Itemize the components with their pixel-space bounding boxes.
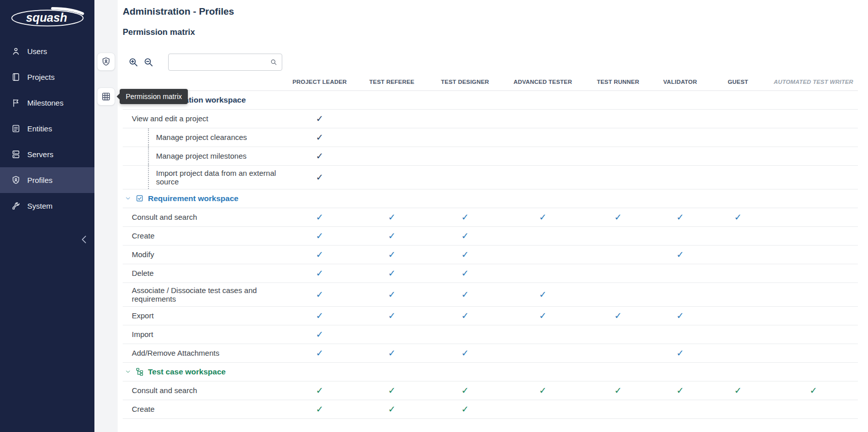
section-row-administration-workspace: Administration workspace: [123, 90, 858, 109]
check-cell: [707, 344, 769, 362]
chevron-down-icon[interactable]: [125, 368, 131, 375]
check-cell: ✓: [283, 245, 356, 264]
sidebar-item-system[interactable]: System: [0, 193, 94, 219]
check-icon: ✓: [614, 310, 622, 321]
permission-row: Manage project milestones✓: [123, 147, 858, 165]
sidebar-item-users[interactable]: Users: [0, 38, 94, 64]
matrix-heading: Permission matrix: [123, 27, 868, 37]
check-cell: ✓: [356, 208, 427, 226]
check-icon: ✓: [316, 212, 323, 222]
tree-icon: [135, 367, 144, 376]
permission-label: Associate / Dissociate test cases and re…: [123, 282, 283, 306]
check-cell: [583, 264, 653, 282]
permission-label: Import: [123, 325, 283, 344]
section-title: Requirement workspace: [148, 194, 238, 203]
zoom-out-button[interactable]: [141, 55, 156, 70]
chevron-down-icon[interactable]: [125, 195, 131, 202]
logo-area[interactable]: squash: [0, 0, 94, 32]
column-header-project-leader: PROJECT LEADER: [283, 73, 356, 90]
section-title: Test case workspace: [148, 367, 226, 376]
check-cell: ✓: [583, 306, 653, 325]
search-input[interactable]: [169, 58, 282, 66]
sidebar-item-label: Profiles: [27, 176, 53, 184]
sidebar-item-entities[interactable]: Entities: [0, 116, 94, 141]
check-icon: ✓: [316, 268, 323, 278]
chevron-left-icon: [78, 233, 90, 246]
permission-label: Create: [123, 226, 283, 245]
check-cell: ✓: [427, 306, 503, 325]
check-cell: ✓: [283, 109, 356, 128]
check-cell: ✓: [503, 208, 583, 226]
check-cell: ✓: [653, 208, 707, 226]
check-icon: ✓: [388, 385, 395, 396]
check-cell: ✓: [283, 208, 356, 226]
check-cell: ✓: [283, 165, 356, 189]
section-header-requirement-workspace[interactable]: Requirement workspace: [123, 189, 858, 208]
check-icon: ✓: [539, 310, 546, 321]
check-icon: ✓: [614, 385, 622, 396]
permission-row: View and edit a project✓: [123, 109, 858, 128]
permission-label: Delete: [123, 264, 283, 282]
check-cell: ✓: [356, 344, 427, 362]
sidebar-item-projects[interactable]: Projects: [0, 64, 94, 90]
permission-label: Manage project clearances: [123, 128, 283, 147]
badge-icon: [11, 175, 21, 185]
column-header-test-runner: TEST RUNNER: [583, 73, 653, 90]
check-cell: ✓: [356, 306, 427, 325]
column-header-test-designer: TEST DESIGNER: [427, 73, 503, 90]
check-cell: ✓: [283, 282, 356, 306]
search-icon: [270, 58, 278, 66]
check-cell: [583, 325, 653, 344]
profiles-detail-tab-button[interactable]: [97, 53, 115, 71]
check-cell: [583, 282, 653, 306]
check-icon: ✓: [461, 289, 469, 300]
column-header-advanced-tester: ADVANCED TESTER: [503, 73, 583, 90]
section-header-test-case-workspace[interactable]: Test case workspace: [123, 362, 858, 381]
check-cell: [427, 109, 503, 128]
permission-row: Export✓✓✓✓✓✓: [123, 306, 858, 325]
check-icon: ✓: [388, 310, 395, 321]
sidebar-item-milestones[interactable]: Milestones: [0, 90, 94, 116]
check-cell: [583, 400, 653, 418]
sidebar: squash UsersProjectsMilestonesEntitiesSe…: [0, 0, 94, 432]
check-cell: [356, 165, 427, 189]
permission-label: Modify: [123, 245, 283, 264]
permission-label: Consult and search: [123, 208, 283, 226]
check-cell: [707, 325, 769, 344]
check-cell: ✓: [356, 381, 427, 400]
app-root: squash UsersProjectsMilestonesEntitiesSe…: [0, 0, 868, 432]
check-icon: ✓: [461, 385, 469, 396]
check-icon: ✓: [316, 404, 323, 414]
check-cell: [427, 147, 503, 165]
flag-icon: [11, 98, 21, 108]
check-icon: ✓: [676, 310, 684, 321]
permission-row: Import✓: [123, 325, 858, 344]
check-icon: ✓: [461, 230, 469, 241]
check-cell: [503, 264, 583, 282]
permission-matrix-tooltip: Permission matrix: [120, 89, 188, 104]
check-cell: ✓: [583, 381, 653, 400]
check-cell: [653, 128, 707, 147]
check-cell: [769, 165, 858, 189]
permission-row: Manage project clearances✓: [123, 128, 858, 147]
zoom-in-button[interactable]: [126, 55, 141, 70]
permission-matrix-tab-button[interactable]: [97, 87, 115, 106]
main-content: Administration - Profiles Permission mat…: [118, 0, 868, 432]
sidebar-item-servers[interactable]: Servers: [0, 141, 94, 167]
check-cell: [707, 400, 769, 418]
check-cell: ✓: [427, 381, 503, 400]
check-cell: [356, 109, 427, 128]
check-cell: [769, 325, 858, 344]
check-cell: [653, 147, 707, 165]
sidebar-item-profiles[interactable]: Profiles: [0, 167, 94, 193]
check-cell: ✓: [283, 147, 356, 165]
check-icon: ✓: [388, 212, 395, 222]
check-cell: [769, 226, 858, 245]
permission-row: Create✓✓✓: [123, 400, 858, 418]
check-cell: [583, 245, 653, 264]
check-icon: ✓: [316, 132, 323, 142]
section-header-administration-workspace[interactable]: Administration workspace: [123, 90, 858, 109]
permission-row: Import project data from an external sou…: [123, 165, 858, 189]
check-icon: ✓: [809, 385, 817, 396]
sidebar-collapse-button[interactable]: [78, 233, 90, 246]
